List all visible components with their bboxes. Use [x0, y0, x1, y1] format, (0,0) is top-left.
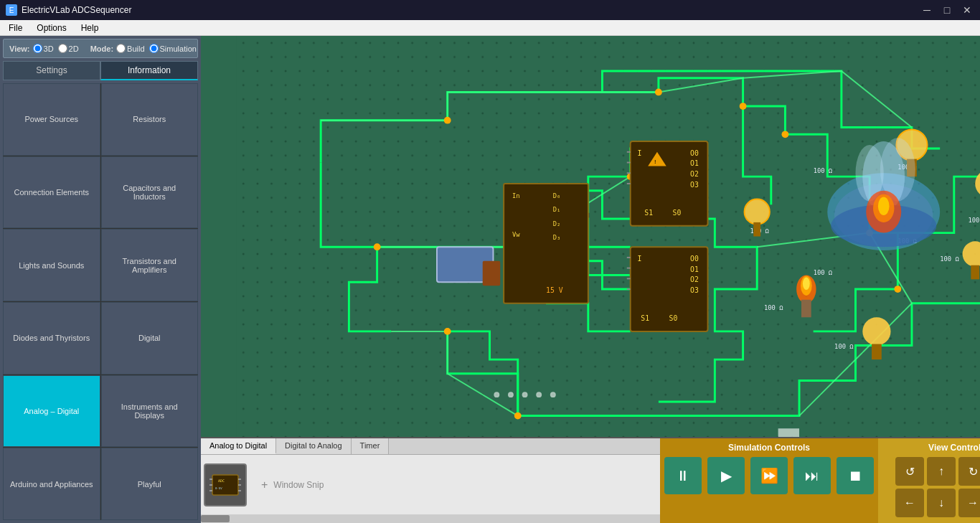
panel-tabs: Settings Information [3, 61, 198, 80]
svg-rect-98 [212, 475, 238, 495]
svg-rect-39 [504, 184, 588, 303]
simulation-controls-title: Simulation Controls [728, 443, 810, 453]
svg-text:15 V: 15 V [546, 286, 563, 294]
sim-step-forward-button[interactable]: ⏭ [793, 457, 831, 494]
svg-text:0-5V: 0-5V [215, 486, 222, 490]
tab-information[interactable]: Information [100, 61, 198, 80]
svg-point-90 [494, 392, 499, 397]
pan-right-button[interactable]: → [958, 489, 980, 517]
right-area: I O0 O1 O2 O3 S1 S0 I O0 O1 O2 O3 [201, 36, 980, 523]
tray-component-item[interactable]: ADC 0-5V [204, 463, 247, 506]
comp-resistors[interactable]: Resistors [101, 83, 199, 156]
menu-options[interactable]: Options [31, 22, 72, 34]
svg-text:In: In [512, 192, 520, 199]
view-mode-bar: View: 3D 2D Mode: Build [3, 39, 198, 58]
svg-text:100 Ω: 100 Ω [814, 167, 833, 174]
svg-point-93 [536, 392, 542, 397]
simulation-controls: Simulation Controls ⏸ ▶ ⏩ ⏭ ⏹ [660, 438, 878, 523]
comp-connection-elements[interactable]: Connection Elements [3, 156, 100, 229]
comp-lights-sounds[interactable]: Lights and Sounds [3, 229, 100, 301]
svg-text:O2: O2 [690, 275, 699, 283]
tray-tab-digital-to-analog[interactable]: Digital to Analog [276, 438, 352, 454]
view-2d-radio[interactable]: 2D [58, 44, 79, 53]
svg-point-4 [655, 89, 662, 96]
svg-text:ADC: ADC [218, 479, 225, 483]
svg-text:100 Ω: 100 Ω [968, 217, 980, 224]
tray-tabs: Analog to Digital Digital to Analog Time… [201, 438, 660, 455]
tray-add-icon: + [261, 479, 268, 491]
tray-scroll-thumb[interactable] [201, 515, 230, 522]
svg-text:100 Ω: 100 Ω [834, 343, 854, 350]
sim-pause-button[interactable]: ⏸ [664, 457, 702, 494]
component-tray: Analog to Digital Digital to Analog Time… [201, 438, 660, 523]
tray-tab-analog-to-digital[interactable]: Analog to Digital [201, 438, 276, 454]
tray-scrollbar[interactable] [201, 514, 660, 523]
comp-playful[interactable]: Playful [101, 448, 199, 520]
left-panel: View: 3D 2D Mode: Build [0, 36, 201, 523]
svg-point-9 [514, 413, 522, 420]
mode-simulation-radio[interactable]: Simulation [149, 44, 197, 53]
svg-point-91 [508, 392, 514, 397]
comp-instruments-displays[interactable]: Instruments and Displays [101, 375, 199, 448]
svg-text:O2: O2 [690, 170, 699, 178]
svg-text:I: I [637, 255, 641, 263]
canvas-area: I O0 O1 O2 O3 S1 S0 I O0 O1 O2 O3 [201, 36, 980, 437]
svg-point-3 [444, 117, 451, 124]
svg-text:!: ! [654, 159, 656, 165]
svg-text:S1: S1 [644, 209, 653, 217]
sim-stop-button[interactable]: ⏹ [837, 457, 874, 494]
svg-point-6 [782, 131, 789, 138]
comp-transistors-amplifiers[interactable]: Transistors and Amplifiers [101, 229, 199, 301]
component-grid: Power Sources Resistors Connection Eleme… [3, 83, 198, 520]
rotate-right-button[interactable]: ↻ [958, 457, 980, 486]
sim-play-button[interactable]: ▶ [707, 457, 745, 494]
svg-point-70 [862, 317, 890, 345]
app-icon: E [6, 4, 17, 16]
tray-placeholder: + Window Snip [253, 479, 657, 491]
svg-text:O3: O3 [690, 286, 699, 294]
tray-content: ADC 0-5V + Window Snip [201, 455, 660, 514]
menu-file[interactable]: File [3, 22, 28, 34]
svg-text:O3: O3 [690, 181, 699, 189]
view-controls-title: View Controls [928, 443, 980, 453]
svg-text:100 Ω: 100 Ω [814, 269, 833, 276]
comp-digital[interactable]: Digital [101, 302, 199, 374]
minimize-button[interactable]: ─ [920, 3, 934, 17]
svg-text:Vw: Vw [512, 231, 520, 238]
svg-rect-62 [753, 222, 760, 237]
svg-text:D₁: D₁ [553, 206, 561, 213]
close-button[interactable]: ✕ [960, 3, 974, 17]
pan-up-button[interactable]: ↑ [927, 457, 956, 486]
svg-point-94 [550, 392, 556, 397]
pan-left-button[interactable]: ← [895, 489, 924, 517]
pan-down-button[interactable]: ↓ [927, 489, 956, 517]
mode-label: Mode: [90, 44, 113, 53]
svg-text:S1: S1 [641, 314, 649, 322]
menu-help[interactable]: Help [75, 22, 105, 34]
svg-text:D₂: D₂ [553, 220, 561, 227]
view-buttons: ↺ ↑ ↻ 🔍 ← ↓ → 🔍 [895, 457, 980, 517]
tab-settings[interactable]: Settings [3, 61, 100, 80]
mode-build-radio[interactable]: Build [116, 44, 144, 53]
comp-capacitors-inductors[interactable]: Capacitors and Inductors [101, 156, 199, 229]
maximize-button[interactable]: □ [940, 3, 954, 17]
svg-rect-50 [483, 261, 501, 286]
menu-bar: File Options Help [0, 20, 980, 36]
svg-rect-77 [801, 300, 811, 318]
rotate-left-button[interactable]: ↺ [895, 457, 924, 486]
svg-point-5 [740, 103, 747, 110]
comp-diodes-thyristors[interactable]: Diodes and Thyristors [3, 302, 100, 374]
svg-point-10 [444, 328, 451, 335]
sim-fast-forward-button[interactable]: ⏩ [750, 457, 788, 494]
view-3d-radio[interactable]: 3D [33, 44, 54, 53]
svg-text:O1: O1 [690, 159, 699, 167]
svg-text:D₃: D₃ [553, 234, 561, 241]
svg-text:100 Ω: 100 Ω [940, 255, 959, 263]
comp-analog-digital[interactable]: Analog – Digital [3, 375, 100, 448]
comp-arduino-appliances[interactable]: Arduino and Appliances [3, 448, 100, 520]
svg-point-92 [522, 392, 528, 397]
comp-power-sources[interactable]: Power Sources [3, 83, 100, 156]
tray-placeholder-text: Window Snip [273, 480, 324, 490]
tray-tab-timer[interactable]: Timer [352, 438, 390, 454]
svg-text:100 Ω: 100 Ω [764, 304, 783, 311]
